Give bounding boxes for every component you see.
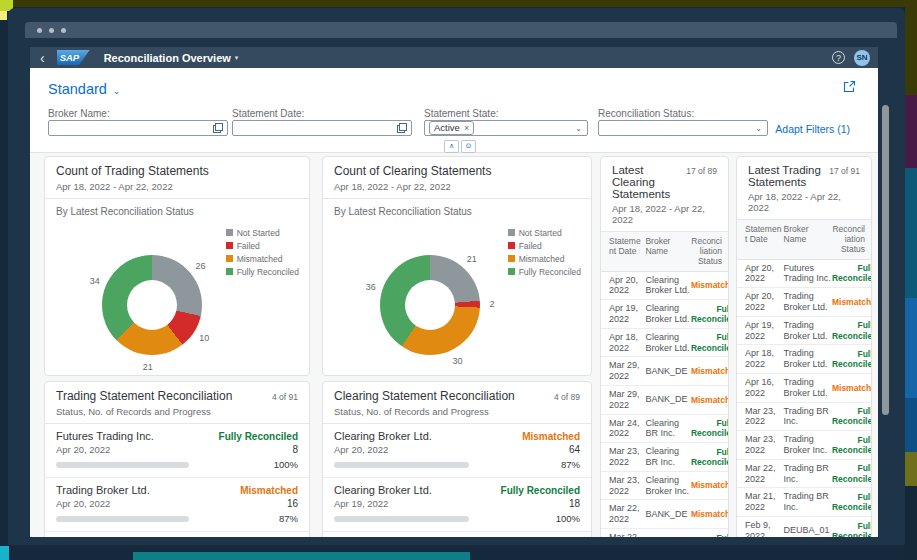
chevron-down-icon[interactable]: ⌄: [575, 124, 582, 133]
table-row[interactable]: Apr 19, 2022 Trading Broker Ltd. Fully R…: [737, 317, 871, 346]
card-subtitle: Apr 18, 2022 - Apr 22, 2022: [334, 181, 580, 192]
user-avatar[interactable]: SN: [854, 50, 870, 66]
progress-bar: [334, 462, 469, 468]
frame-bottom-stripe: [133, 552, 470, 560]
frame-bottom-left-accent: [0, 546, 9, 560]
list-item[interactable]: Trading Broker Ltd. Fully Reconciled Apr…: [45, 532, 309, 537]
recon-status-select[interactable]: ⌄: [598, 120, 768, 136]
status-badge: Mismatched: [240, 485, 298, 496]
table-row[interactable]: Mar 24, 2022 Clearing BR Inc. Fully Reco…: [601, 415, 728, 444]
token-remove-icon[interactable]: ×: [464, 122, 469, 134]
broker-name-cell: Trading Broker Ltd.: [782, 348, 832, 370]
statement-state-combo[interactable]: Active × ⌄: [424, 120, 588, 136]
table-row[interactable]: Apr 19, 2022 Clearing Broker Ltd. Fully …: [601, 300, 728, 329]
page-content: Standard ⌄ Broker Name: Statement Date: …: [30, 68, 878, 537]
table-row[interactable]: Apr 18, 2022 Trading Broker Ltd. Fully R…: [737, 345, 871, 374]
donut-slice-value: 34: [90, 276, 100, 286]
broker-name: Futures Trading Inc.: [56, 430, 154, 442]
table-row[interactable]: Mar 22, 2022 BANK_DE Mismatched: [601, 500, 728, 529]
broker-name-input[interactable]: [48, 120, 228, 136]
table-row[interactable]: Mar 29, 2022 BANK_DE Mismatched: [601, 386, 728, 415]
card-latest-clearing-statements[interactable]: Latest Clearing Statements 17 of 89 Apr …: [600, 156, 729, 537]
statement-date-cell: Mar 22, 2022: [745, 463, 782, 485]
collapse-header-button[interactable]: ∧: [444, 140, 459, 153]
card-trading-statement-reconciliation[interactable]: Trading Statement Reconciliation 4 of 91…: [44, 381, 310, 537]
table-row[interactable]: Mar 22, 2022 BANK_DE Fully Reconciled: [601, 529, 728, 537]
table-row[interactable]: Mar 23, 2022 Clearing BR Inc. Fully Reco…: [601, 443, 728, 472]
card-clearing-statement-reconciliation[interactable]: Clearing Statement Reconciliation 4 of 8…: [322, 381, 592, 537]
card-count-trading-statements[interactable]: Count of Trading Statements Apr 18, 2022…: [44, 156, 310, 376]
value-help-icon[interactable]: [213, 123, 223, 133]
table-row[interactable]: Apr 20, 2022 Trading Broker Ltd. Mismatc…: [737, 288, 871, 317]
status-cell: Fully Reconciled: [832, 435, 872, 455]
status-cell: Mismatched: [691, 366, 729, 376]
clearing-donut-chart[interactable]: [380, 255, 480, 355]
legend-item: Failed: [508, 239, 581, 252]
card-latest-trading-statements[interactable]: Latest Trading Statements 17 of 91 Apr 1…: [736, 156, 872, 537]
table-row[interactable]: Apr 20, 2022 Clearing Broker Ltd. Mismat…: [601, 272, 728, 301]
frame-corner-accent-2: [0, 11, 7, 20]
list-item[interactable]: Clearing Broker Ltd. Fully Reconciled Ap…: [323, 478, 591, 532]
statement-date-cell: Mar 23, 2022: [609, 446, 643, 468]
table-body: Apr 20, 2022 Futures Trading Inc. Fully …: [737, 260, 871, 537]
adapt-filters-link[interactable]: Adapt Filters (1): [775, 123, 850, 135]
share-icon[interactable]: [843, 80, 856, 93]
value-help-icon[interactable]: [397, 123, 407, 133]
table-row[interactable]: Feb 9, 2022 DEUBA_01 Fully Reconciled: [737, 517, 871, 537]
list-item[interactable]: Trading Broker Ltd. Mismatched Apr 20, 2…: [45, 478, 309, 532]
window-control-dot[interactable]: [49, 28, 54, 33]
pin-header-button[interactable]: ⊙: [461, 140, 476, 153]
column-header: Broker Name: [782, 224, 832, 255]
table-row[interactable]: Apr 18, 2022 Clearing Broker Ltd. Fully …: [601, 329, 728, 358]
status-cell: Fully Reconciled: [691, 304, 729, 324]
help-icon[interactable]: ?: [832, 51, 845, 64]
variant-selector[interactable]: Standard: [48, 81, 107, 97]
table-row[interactable]: Mar 29, 2022 BANK_DE Mismatched: [601, 357, 728, 386]
broker-name-cell: Trading Broker Ltd.: [782, 291, 832, 313]
window-control-dot[interactable]: [61, 28, 66, 33]
legend-item: Fully Reconciled: [508, 265, 581, 278]
list-item[interactable]: Clearing Broker Ltd. Fully Reconciled Ap…: [323, 532, 591, 537]
card-count-clearing-statements[interactable]: Count of Clearing Statements Apr 18, 202…: [322, 156, 592, 376]
table-row[interactable]: Mar 23, 2022 Trading BR Inc. Fully Recon…: [737, 403, 871, 432]
legend-color-swatch: [226, 242, 233, 249]
trading-donut-chart[interactable]: [102, 255, 202, 355]
token-label: Active: [434, 122, 460, 134]
records-count: 16: [287, 498, 298, 509]
table-row[interactable]: Mar 23, 2022 Trading Broker Inc. Fully R…: [737, 431, 871, 460]
table-row[interactable]: Mar 23, 2022 Clearing Broker Inc. Mismat…: [601, 472, 728, 501]
page-scrollbar-thumb[interactable]: [882, 105, 889, 415]
statement-date-input[interactable]: [232, 120, 412, 136]
chevron-down-icon[interactable]: ⌄: [755, 124, 762, 133]
donut-slice-value: 2: [489, 299, 494, 309]
app-title[interactable]: Reconciliation Overview: [104, 52, 231, 64]
broker-name-cell: Clearing Broker Ltd.: [643, 332, 691, 354]
column-header: Broker Name: [643, 236, 691, 267]
list-item[interactable]: Futures Trading Inc. Fully Reconciled Ap…: [45, 424, 309, 478]
list-item[interactable]: Clearing Broker Ltd. Mismatched Apr 20, …: [323, 424, 591, 478]
statement-date-cell: Mar 23, 2022: [745, 406, 782, 428]
legend-item: Mismatched: [226, 252, 299, 265]
broker-name: Clearing Broker Ltd.: [334, 484, 432, 496]
card-title: Latest Trading Statements: [748, 164, 825, 188]
table-row[interactable]: Apr 20, 2022 Futures Trading Inc. Fully …: [737, 260, 871, 289]
records-count: 8: [292, 444, 298, 455]
window-control-dot[interactable]: [37, 28, 42, 33]
variant-caret-icon[interactable]: ⌄: [113, 86, 121, 96]
statement-date-cell: Apr 16, 2022: [745, 377, 782, 399]
column-header: Statement Date: [609, 236, 643, 267]
table-row[interactable]: Apr 16, 2022 Trading Broker Ltd. Mismatc…: [737, 374, 871, 403]
filter-token-active[interactable]: Active ×: [429, 121, 474, 135]
row-count-badge: 4 of 91: [268, 392, 298, 402]
table-row[interactable]: Mar 21, 2022 Trading BR Inc. Fully Recon…: [737, 488, 871, 517]
table-row[interactable]: Mar 22, 2022 Trading BR Inc. Fully Recon…: [737, 460, 871, 489]
back-button[interactable]: ‹: [40, 51, 45, 65]
progress-bar: [56, 516, 189, 522]
column-header: Reconciliation Status: [832, 224, 865, 255]
chart-legend: Not Started Failed Mismatche: [226, 226, 299, 278]
broker-name-cell: BANK_DE: [643, 366, 691, 377]
app-title-caret-icon[interactable]: ▾: [235, 54, 239, 62]
legend-item: Mismatched: [508, 252, 581, 265]
broker-name-cell: BANK_DE: [643, 394, 691, 405]
statement-date-cell: Apr 20, 2022: [745, 291, 782, 313]
